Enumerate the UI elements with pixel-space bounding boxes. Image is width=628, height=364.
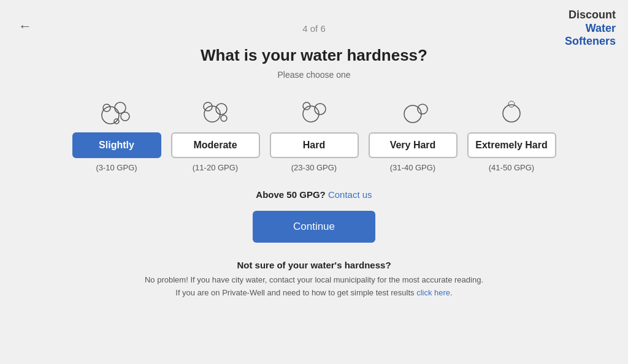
logo: Discount Water Softeners — [565, 9, 616, 48]
svg-point-1 — [115, 102, 126, 113]
above-50-text: Above 50 GPG? — [256, 189, 325, 200]
bottom-note: Not sure of your water's hardness? No pr… — [145, 260, 483, 300]
svg-point-8 — [221, 115, 227, 121]
click-here-link[interactable]: click here — [416, 288, 450, 297]
svg-point-12 — [404, 105, 421, 123]
svg-point-7 — [204, 102, 212, 111]
contact-us-link[interactable]: Contact us — [328, 189, 372, 200]
option-very-hard[interactable]: Very Hard (31-40 GPG) — [369, 97, 458, 172]
progress-indicator: 4 of 6 — [302, 23, 326, 34]
bubble-icon-very-hard — [394, 97, 431, 127]
options-row: Slightly (3-10 GPG) Moderate (11-20 GPG) — [72, 97, 556, 172]
continue-button[interactable]: Continue — [253, 211, 375, 243]
option-range-moderate: (11-20 GPG) — [193, 163, 238, 172]
back-button[interactable]: ← — [18, 18, 32, 34]
question-subtitle: Please choose one — [277, 70, 350, 80]
bottom-note-line1: No problem! If you have city water, cont… — [145, 275, 483, 284]
bottom-note-body: No problem! If you have city water, cont… — [145, 274, 483, 300]
bubble-icon-extremely-hard — [493, 97, 530, 127]
bottom-note-line2-suffix: . — [450, 288, 453, 297]
svg-point-13 — [418, 104, 427, 114]
option-button-extremely-hard[interactable]: Extremely Hard — [467, 132, 556, 158]
option-button-hard[interactable]: Hard — [270, 132, 359, 158]
svg-point-15 — [508, 101, 515, 107]
bottom-note-title: Not sure of your water's hardness? — [145, 260, 483, 270]
option-moderate[interactable]: Moderate (11-20 GPG) — [171, 97, 260, 172]
svg-point-6 — [216, 104, 227, 115]
svg-point-9 — [303, 106, 319, 122]
above-50-note: Above 50 GPG? Contact us — [256, 189, 372, 200]
main-content: What is your water hardness? Please choo… — [0, 0, 628, 300]
bubble-icon-hard — [296, 97, 332, 127]
bubble-icon-slightly — [98, 97, 135, 127]
option-slightly[interactable]: Slightly (3-10 GPG) — [72, 97, 161, 172]
option-hard[interactable]: Hard (23-30 GPG) — [270, 97, 359, 172]
svg-point-10 — [315, 104, 326, 115]
logo-line1: Discount — [565, 9, 616, 22]
option-range-very-hard: (31-40 GPG) — [390, 163, 435, 172]
option-range-extremely-hard: (41-50 GPG) — [489, 163, 534, 172]
svg-point-2 — [121, 112, 129, 121]
option-button-very-hard[interactable]: Very Hard — [369, 132, 458, 158]
question-title: What is your water hardness? — [201, 46, 427, 65]
option-button-slightly[interactable]: Slightly — [72, 132, 161, 158]
option-range-hard: (23-30 GPG) — [291, 163, 337, 172]
option-button-moderate[interactable]: Moderate — [171, 132, 260, 158]
logo-line2: Water — [565, 22, 616, 36]
option-extremely-hard[interactable]: Extremely Hard (41-50 GPG) — [467, 97, 556, 172]
bottom-note-line2-prefix: If you are on Private-Well and need to h… — [175, 288, 416, 297]
option-range-slightly: (3-10 GPG) — [96, 163, 137, 172]
bubble-icon-moderate — [197, 97, 234, 127]
logo-line3: Softeners — [565, 35, 616, 48]
